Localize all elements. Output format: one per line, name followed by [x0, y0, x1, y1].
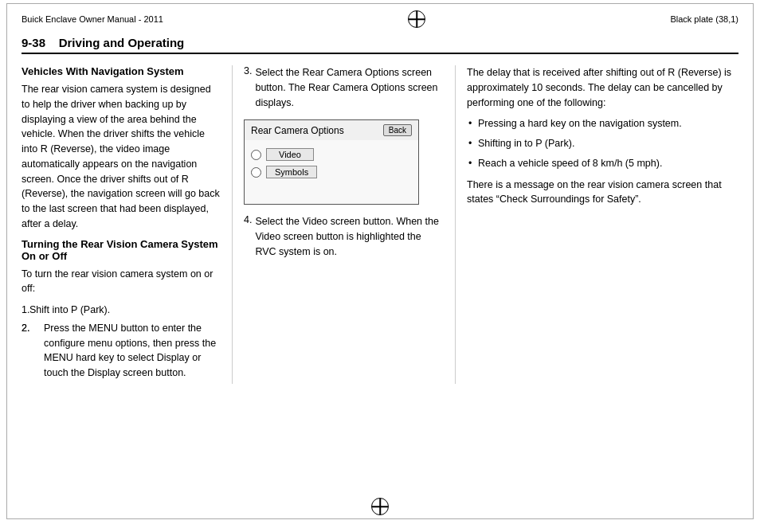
option-label-symbols: Symbols [266, 166, 317, 178]
subsection1-title: Vehicles With Navigation System [22, 65, 221, 77]
header-crosshair-top [408, 10, 425, 28]
right-para-1: The delay that is received after shiftin… [467, 65, 738, 110]
option-label-video: Video [266, 148, 314, 161]
section-title: 9-38 Driving and Operating [22, 36, 738, 54]
radio-symbols[interactable] [251, 167, 261, 178]
right-para-2: There is a message on the rear vision ca… [467, 178, 738, 208]
middle-column: 3. Select the Rear Camera Options screen… [233, 65, 456, 384]
step3-number: 3. [244, 65, 252, 110]
bottom-crosshair [7, 490, 753, 518]
screen-option-symbols[interactable]: Symbols [251, 166, 412, 178]
header-right-text: Black plate (38,1) [670, 14, 738, 24]
subsection1-body: The rear vision camera system is designe… [22, 82, 221, 232]
screen-title: Rear Camera Options [251, 125, 344, 136]
screen-option-video[interactable]: Video [251, 148, 412, 161]
bullet-1: Pressing a hard key on the navigation sy… [467, 116, 738, 131]
step-2: 2. Press the MENU button to enter the co… [22, 321, 221, 381]
header-left-text: Buick Enclave Owner Manual - 2011 [22, 14, 163, 24]
subsection2-intro: To turn the rear vision camera system on… [22, 267, 221, 297]
step-1: Shift into P (Park). [22, 303, 221, 318]
step4-number: 4. [244, 214, 252, 259]
subsection2-title: Turning the Rear Vision Camera System On… [22, 238, 221, 262]
step4-text: Select the Video screen button. When the… [255, 214, 444, 259]
right-column: The delay that is received after shiftin… [456, 65, 738, 384]
radio-video[interactable] [251, 150, 261, 160]
left-column: Vehicles With Navigation System The rear… [22, 65, 233, 384]
step3-text: Select the Rear Camera Options screen bu… [255, 65, 444, 110]
bullet-3: Reach a vehicle speed of 8 km/h (5 mph). [467, 156, 738, 171]
bullet-2: Shifting in to P (Park). [467, 136, 738, 151]
screen-mockup: Rear Camera Options Back Video Symbols [244, 119, 419, 205]
screen-back-button[interactable]: Back [383, 124, 412, 136]
